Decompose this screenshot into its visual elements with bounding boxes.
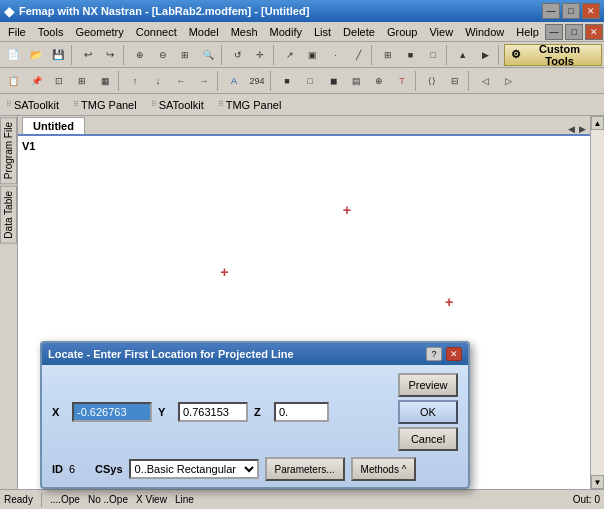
tb2-btn16[interactable]: ⊕	[368, 70, 390, 92]
tb2-btn12[interactable]: ■	[276, 70, 298, 92]
select-button[interactable]: ↗	[279, 44, 301, 66]
solid-button[interactable]: ■	[400, 44, 422, 66]
menu-view[interactable]: View	[423, 24, 459, 40]
line-button[interactable]: ╱	[347, 44, 369, 66]
point-button[interactable]: ·	[325, 44, 347, 66]
minimize-button[interactable]: —	[542, 3, 560, 19]
separator-t2-2	[217, 71, 221, 91]
maximize-button[interactable]: □	[562, 3, 580, 19]
right-scrollbar[interactable]: ▲ ▼	[590, 116, 604, 489]
tb2-btn13[interactable]: □	[299, 70, 321, 92]
dock-satoolkit-2[interactable]: ⠿ SAToolkit	[147, 98, 208, 112]
tb2-btn7[interactable]: ↓	[147, 70, 169, 92]
inner-maximize-button[interactable]: □	[565, 24, 583, 40]
redo-button[interactable]: ↪	[100, 44, 122, 66]
tb2-btn4[interactable]: ⊞	[71, 70, 93, 92]
vp-left-arrow[interactable]: ◀	[566, 124, 577, 134]
menu-delete[interactable]: Delete	[337, 24, 381, 40]
scroll-up-button[interactable]: ▲	[591, 116, 604, 130]
wire-button[interactable]: □	[422, 44, 444, 66]
viewport-tab-label: Untitled	[33, 120, 74, 132]
status-item-3: X View	[136, 494, 167, 505]
cancel-button[interactable]: Cancel	[398, 427, 458, 451]
menu-help[interactable]: Help	[510, 24, 545, 40]
dialog-help-button[interactable]: ?	[426, 347, 442, 361]
post-button[interactable]: ▲	[452, 44, 474, 66]
title-bar-controls: — □ ✕	[542, 3, 600, 19]
status-item-1: ....Ope	[50, 494, 80, 505]
dock-tmg-2[interactable]: ⠿ TMG Panel	[214, 98, 286, 112]
preview-button[interactable]: Preview	[398, 373, 458, 397]
methods-button[interactable]: Methods ^	[351, 457, 417, 481]
tb2-btn11[interactable]: 294	[246, 70, 268, 92]
menu-connect[interactable]: Connect	[130, 24, 183, 40]
tb2-btn8[interactable]: ←	[170, 70, 192, 92]
viewport-tab-untitled[interactable]: Untitled	[22, 117, 85, 134]
undo-button[interactable]: ↩	[77, 44, 99, 66]
save-button[interactable]: 💾	[47, 44, 69, 66]
tb2-btn2[interactable]: 📌	[25, 70, 47, 92]
menu-file[interactable]: File	[2, 24, 32, 40]
cross-3: +	[445, 294, 453, 310]
tb2-btn21[interactable]: ▷	[497, 70, 519, 92]
tb2-btn3[interactable]: ⊡	[48, 70, 70, 92]
inner-minimize-button[interactable]: —	[545, 24, 563, 40]
status-bar: Ready ....Ope No ..Ope X View Line Out: …	[0, 489, 604, 509]
tb2-btn9[interactable]: →	[193, 70, 215, 92]
custom-tools-button[interactable]: ⚙ Custom Tools	[504, 44, 602, 66]
tb2-btn6[interactable]: ↑	[124, 70, 146, 92]
left-panel: Program File Data Table	[0, 116, 18, 489]
menu-list[interactable]: List	[308, 24, 337, 40]
dock-label-satoolkit-1: SAToolkit	[14, 99, 59, 111]
rotate-button[interactable]: ↺	[227, 44, 249, 66]
open-button[interactable]: 📂	[25, 44, 47, 66]
separator-1	[71, 45, 75, 65]
menu-window[interactable]: Window	[459, 24, 510, 40]
pan-button[interactable]: ✛	[250, 44, 272, 66]
tb2-btn14[interactable]: ◼	[322, 70, 344, 92]
inner-close-button[interactable]: ✕	[585, 24, 603, 40]
status-sep-1	[41, 493, 42, 507]
zoom-in-button[interactable]: ⊕	[129, 44, 151, 66]
data-table-tab[interactable]: Data Table	[0, 186, 17, 244]
menu-modify[interactable]: Modify	[264, 24, 308, 40]
y-input[interactable]	[178, 402, 248, 422]
ok-button[interactable]: OK	[398, 400, 458, 424]
dock-satoolkit-1[interactable]: ⠿ SAToolkit	[2, 98, 63, 112]
separator-4	[273, 45, 277, 65]
tb2-btn20[interactable]: ◁	[474, 70, 496, 92]
menu-geometry[interactable]: Geometry	[69, 24, 129, 40]
mesh-button[interactable]: ⊞	[377, 44, 399, 66]
animate-button[interactable]: ▶	[474, 44, 496, 66]
menu-mesh[interactable]: Mesh	[225, 24, 264, 40]
tb2-btn15[interactable]: ▤	[345, 70, 367, 92]
grip-icon-3: ⠿	[151, 100, 157, 109]
zoom-window-button[interactable]: 🔍	[197, 44, 219, 66]
zoom-fit-button[interactable]: ⊞	[175, 44, 197, 66]
menu-tools[interactable]: Tools	[32, 24, 70, 40]
parameters-button[interactable]: Parameters...	[265, 457, 345, 481]
grip-icon-4: ⠿	[218, 100, 224, 109]
scroll-down-button[interactable]: ▼	[591, 475, 604, 489]
pick-button[interactable]: ▣	[302, 44, 324, 66]
close-button[interactable]: ✕	[582, 3, 600, 19]
vp-right-arrow[interactable]: ▶	[577, 124, 588, 134]
z-input[interactable]	[274, 402, 329, 422]
dialog-close-button[interactable]: ✕	[446, 347, 462, 361]
tb2-btn19[interactable]: ⊟	[444, 70, 466, 92]
tb2-btn5[interactable]: ▦	[94, 70, 116, 92]
tb2-btn17[interactable]: T	[391, 70, 413, 92]
new-button[interactable]: 📄	[2, 44, 24, 66]
menu-group[interactable]: Group	[381, 24, 424, 40]
tb2-btn10[interactable]: A	[223, 70, 245, 92]
tb2-btn18[interactable]: ⟨⟩	[421, 70, 443, 92]
dock-tmg-1[interactable]: ⠿ TMG Panel	[69, 98, 141, 112]
menu-model[interactable]: Model	[183, 24, 225, 40]
cross-2: +	[220, 264, 228, 280]
tb2-btn1[interactable]: 📋	[2, 70, 24, 92]
separator-5	[371, 45, 375, 65]
program-file-tab[interactable]: Program File	[0, 117, 17, 184]
x-input[interactable]	[72, 402, 152, 422]
csys-select[interactable]: 0..Basic Rectangular	[129, 459, 259, 479]
zoom-out-button[interactable]: ⊖	[152, 44, 174, 66]
